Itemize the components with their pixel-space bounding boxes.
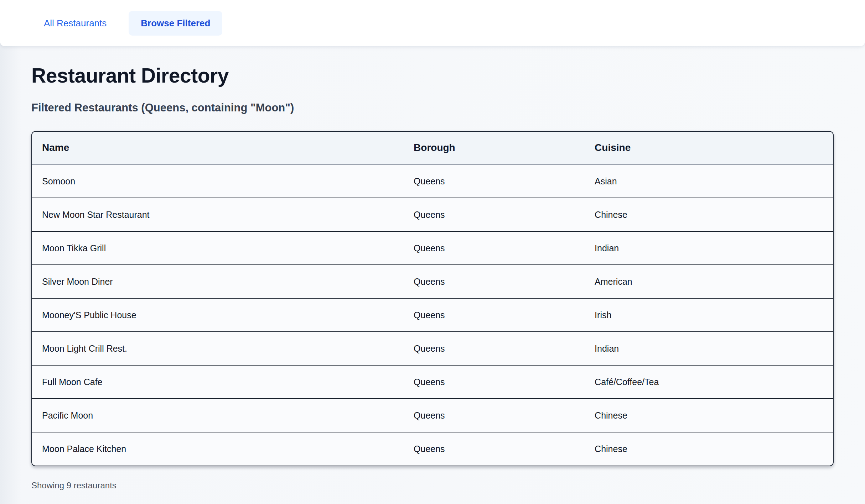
cell-cuisine: Asian <box>585 164 833 198</box>
cell-name: Mooney'S Public House <box>32 298 404 332</box>
cell-borough: Queens <box>404 265 585 298</box>
main-content: Restaurant Directory Filtered Restaurant… <box>31 63 834 490</box>
restaurants-table-container: Name Borough Cuisine Somoon Queens Asian… <box>31 131 834 466</box>
cell-borough: Queens <box>404 399 585 432</box>
table-row: Somoon Queens Asian <box>32 164 833 198</box>
cell-borough: Queens <box>404 365 585 399</box>
page-title: Restaurant Directory <box>31 63 834 88</box>
cell-name: Moon Light Crill Rest. <box>32 332 404 365</box>
table-row: Moon Light Crill Rest. Queens Indian <box>32 332 833 365</box>
tab-all-restaurants[interactable]: All Restaurants <box>42 11 108 35</box>
table-row: Pacific Moon Queens Chinese <box>32 399 833 432</box>
top-nav: All Restaurants Browse Filtered <box>0 0 865 46</box>
cell-name: New Moon Star Restaurant <box>32 198 404 231</box>
column-header-cuisine: Cuisine <box>585 132 833 164</box>
cell-cuisine: American <box>585 265 833 298</box>
table-row: New Moon Star Restaurant Queens Chinese <box>32 198 833 231</box>
cell-borough: Queens <box>404 231 585 265</box>
cell-cuisine: Chinese <box>585 399 833 432</box>
results-count-status: Showing 9 restaurants <box>31 481 834 490</box>
cell-borough: Queens <box>404 298 585 332</box>
table-body: Somoon Queens Asian New Moon Star Restau… <box>32 164 833 466</box>
cell-borough: Queens <box>404 432 585 466</box>
cell-cuisine: Café/Coffee/Tea <box>585 365 833 399</box>
table-row: Moon Tikka Grill Queens Indian <box>32 231 833 265</box>
cell-name: Full Moon Cafe <box>32 365 404 399</box>
cell-name: Moon Palace Kitchen <box>32 432 404 466</box>
cell-cuisine: Indian <box>585 231 833 265</box>
cell-cuisine: Irish <box>585 298 833 332</box>
cell-cuisine: Chinese <box>585 198 833 231</box>
cell-name: Silver Moon Diner <box>32 265 404 298</box>
cell-cuisine: Indian <box>585 332 833 365</box>
cell-name: Moon Tikka Grill <box>32 231 404 265</box>
table-row: Mooney'S Public House Queens Irish <box>32 298 833 332</box>
restaurants-table: Name Borough Cuisine Somoon Queens Asian… <box>32 132 833 466</box>
cell-cuisine: Chinese <box>585 432 833 466</box>
table-header-row: Name Borough Cuisine <box>32 132 833 164</box>
tab-browse-filtered[interactable]: Browse Filtered <box>129 11 222 36</box>
table-row: Full Moon Cafe Queens Café/Coffee/Tea <box>32 365 833 399</box>
table-row: Moon Palace Kitchen Queens Chinese <box>32 432 833 466</box>
cell-borough: Queens <box>404 164 585 198</box>
table-row: Silver Moon Diner Queens American <box>32 265 833 298</box>
cell-borough: Queens <box>404 198 585 231</box>
column-header-borough: Borough <box>404 132 585 164</box>
cell-name: Somoon <box>32 164 404 198</box>
cell-name: Pacific Moon <box>32 399 404 432</box>
column-header-name: Name <box>32 132 404 164</box>
cell-borough: Queens <box>404 332 585 365</box>
filtered-results-subtitle: Filtered Restaurants (Queens, containing… <box>31 102 834 114</box>
